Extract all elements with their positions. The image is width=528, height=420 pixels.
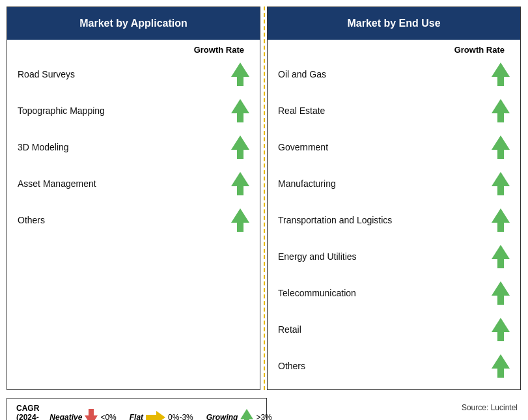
left-panel-body: Growth Rate Road Surveys Topographic Map… (7, 40, 260, 389)
right-panel: Market by End Use Growth Rate Oil and Ga… (267, 7, 521, 390)
green-up-arrow-icon (492, 354, 510, 378)
list-item: Real Estate (278, 92, 510, 129)
list-item: Government (278, 129, 510, 165)
source-text: Source: Lucintel (462, 403, 518, 412)
list-item: Retail (278, 311, 510, 348)
panels-wrapper: Market by Application Growth Rate Road S… (7, 7, 521, 390)
right-items-list: Oil and Gas Real Estate Government Manuf… (278, 56, 510, 384)
green-up-arrow-icon (492, 172, 510, 195)
legend: CAGR(2024-30): Negative <0% Flat 0%-3% G… (7, 398, 267, 420)
left-panel-header: Market by Application (7, 7, 260, 40)
left-growth-rate-label: Growth Rate (18, 45, 249, 55)
right-panel-title: Market by End Use (347, 18, 440, 29)
red-down-arrow-icon (85, 409, 98, 420)
list-item: Asset Management (18, 165, 249, 202)
green-up-arrow-icon (492, 245, 510, 268)
negative-legend-item: Negative <0% (49, 409, 116, 420)
growing-value: >3% (256, 413, 271, 420)
item-label: Real Estate (278, 105, 492, 116)
list-item: Others (278, 348, 510, 384)
list-item: Others (18, 202, 249, 238)
list-item: Topographic Mapping (18, 92, 249, 129)
item-label: Retail (278, 324, 492, 335)
cagr-label: CAGR(2024-30): (16, 404, 39, 420)
item-label: Manufacturing (278, 178, 492, 189)
left-items-list: Road Surveys Topographic Mapping 3D Mode… (18, 56, 249, 238)
item-label: 3D Modeling (18, 142, 231, 152)
bottom-row: CAGR(2024-30): Negative <0% Flat 0%-3% G… (7, 393, 521, 420)
list-item: Road Surveys (18, 56, 249, 92)
item-label: Energy and Utilities (278, 251, 492, 262)
green-up-arrow-icon (231, 172, 249, 195)
green-up-arrow-icon (492, 208, 510, 232)
small-green-up-arrow-icon (240, 409, 253, 420)
green-up-arrow-icon (492, 135, 510, 159)
right-growth-rate-label: Growth Rate (278, 45, 510, 55)
negative-label: Negative (49, 413, 82, 420)
right-panel-body: Growth Rate Oil and Gas Real Estate Gove… (268, 40, 520, 389)
dashed-divider (264, 7, 265, 390)
left-panel: Market by Application Growth Rate Road S… (7, 7, 260, 390)
item-label: Others (278, 361, 492, 371)
list-item: Manufacturing (278, 165, 510, 202)
list-item: Oil and Gas (278, 56, 510, 92)
green-up-arrow-icon (492, 281, 510, 305)
item-label: Government (278, 142, 492, 152)
green-up-arrow-icon (231, 99, 249, 122)
green-up-arrow-icon (492, 63, 510, 86)
list-item: Telecommunication (278, 275, 510, 311)
growing-legend-item: Growing >3% (206, 409, 272, 420)
item-label: Others (18, 215, 231, 225)
item-label: Oil and Gas (278, 69, 492, 79)
flat-legend-item: Flat 0%-3% (130, 411, 193, 420)
list-item: Energy and Utilities (278, 238, 510, 275)
right-panel-header: Market by End Use (268, 7, 520, 40)
left-panel-title: Market by Application (79, 18, 188, 29)
item-label: Road Surveys (18, 69, 231, 79)
green-up-arrow-icon (231, 208, 249, 232)
item-label: Asset Management (18, 178, 231, 189)
item-label: Telecommunication (278, 288, 492, 298)
negative-value: <0% (100, 413, 116, 420)
flat-value: 0%-3% (168, 413, 193, 420)
list-item: 3D Modeling (18, 129, 249, 165)
growing-label: Growing (206, 413, 238, 420)
green-up-arrow-icon (492, 99, 510, 122)
item-label: Transportation and Logistics (278, 215, 492, 225)
green-up-arrow-icon (231, 63, 249, 86)
green-up-arrow-icon (231, 135, 249, 159)
flat-label: Flat (130, 413, 143, 420)
item-label: Topographic Mapping (18, 105, 231, 116)
page-container: Market by Application Growth Rate Road S… (0, 0, 528, 420)
list-item: Transportation and Logistics (278, 202, 510, 238)
green-up-arrow-icon (492, 318, 510, 341)
yellow-right-arrow-icon (146, 411, 165, 420)
